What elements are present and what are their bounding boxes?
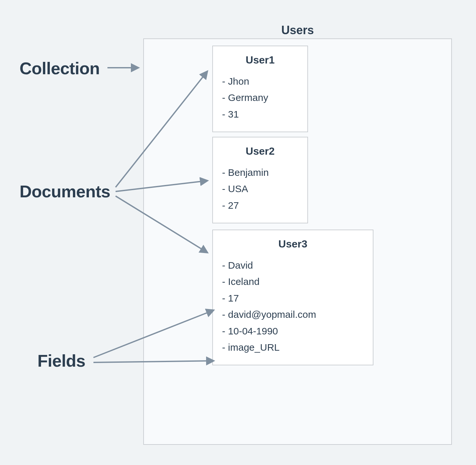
label-fields: Fields (37, 351, 85, 371)
field-value: USA (228, 183, 248, 194)
field-value: 31 (228, 109, 239, 120)
diagram-canvas: Collection Documents Fields Users User1 … (0, 0, 476, 465)
document-field: - 27 (222, 197, 298, 214)
field-value: Benjamin (228, 167, 269, 178)
label-documents: Documents (20, 182, 110, 201)
field-value: Germany (228, 92, 268, 103)
field-value: Jhon (228, 76, 249, 87)
field-value: 17 (228, 293, 239, 303)
document-box-user2: User2 - Benjamin - USA - 27 (212, 137, 308, 223)
document-field: - Iceland (222, 274, 364, 290)
document-field: - 10-04-1990 (222, 323, 364, 339)
document-title: User2 (222, 145, 298, 157)
document-field: - David (222, 257, 364, 274)
document-field: - Jhon (222, 73, 298, 90)
field-value: david@yopmail.com (228, 309, 316, 320)
field-value: David (228, 260, 253, 271)
field-value: image_URL (228, 342, 279, 353)
document-title: User3 (222, 238, 364, 250)
document-box-user3: User3 - David - Iceland - 17 - david@yop… (212, 230, 373, 365)
document-field: - Benjamin (222, 164, 298, 181)
collection-box: Users User1 - Jhon - Germany - 31 User2 … (143, 38, 452, 445)
document-field: - david@yopmail.com (222, 306, 364, 323)
field-value: Iceland (228, 276, 259, 287)
field-value: 10-04-1990 (228, 326, 278, 336)
document-field: - 31 (222, 106, 298, 122)
label-collection: Collection (20, 59, 100, 78)
document-field: - image_URL (222, 339, 364, 356)
document-field: - USA (222, 181, 298, 197)
document-field: - 17 (222, 290, 364, 306)
document-box-user1: User1 - Jhon - Germany - 31 (212, 46, 308, 132)
document-title: User1 (222, 54, 298, 66)
field-value: 27 (228, 200, 239, 211)
document-field: - Germany (222, 90, 298, 106)
collection-title: Users (144, 23, 451, 37)
